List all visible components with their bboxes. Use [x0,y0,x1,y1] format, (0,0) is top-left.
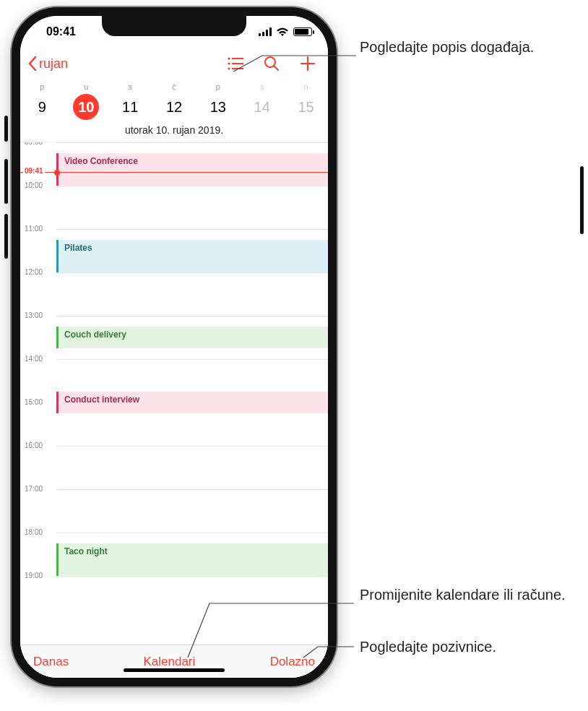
calendar-event[interactable]: Taco night [56,543,328,576]
callout-invites: Pogledajte pozivnice. [360,637,496,656]
day-number[interactable]: 10 [73,94,99,120]
hour-label: 09:00 [23,142,44,146]
day-number[interactable]: 12 [161,94,187,120]
day-column: p9 [20,82,64,120]
hour-row: 17:00 [56,489,328,533]
calendar-event[interactable]: Couch delivery [56,327,328,348]
hour-label: 16:00 [23,441,44,449]
day-number[interactable]: 11 [117,94,143,120]
hour-row: 12:00 [56,272,328,316]
back-label: rujan [39,56,68,72]
hour-label: 10:00 [23,181,44,189]
callout-change: Promijenite kalendare ili račune. [360,585,566,604]
battery-icon [293,27,312,36]
wifi-icon [276,27,289,37]
today-button[interactable]: Danas [33,655,69,669]
day-number[interactable]: 15 [293,94,319,120]
day-timeline[interactable]: 09:0010:0011:0012:0013:0014:0015:0016:00… [20,142,328,645]
svg-line-7 [274,66,279,71]
day-column: s11 [108,82,152,120]
hour-row: 19:00 [56,576,328,619]
weekday-label: s [108,82,152,91]
weekday-label: č [152,82,196,91]
search-button[interactable] [263,55,280,72]
weekday-label: p [20,82,64,91]
callout-list: Pogledajte popis događaja. [360,38,534,56]
calendar-event[interactable]: Conduct interview [56,392,328,413]
add-event-button[interactable] [299,55,316,72]
phone-frame: 09:41 rujan [12,7,337,686]
day-column: s14 [240,82,284,120]
day-column: p13 [196,82,240,120]
callout-leader [303,647,354,654]
day-number[interactable]: 13 [205,94,231,120]
svg-point-4 [228,67,230,69]
weekday-label: u [64,82,108,91]
svg-point-0 [228,57,230,59]
list-view-button[interactable] [227,55,244,72]
calendar-event[interactable]: Pilates [56,240,328,272]
day-number[interactable]: 14 [249,94,275,120]
hour-label: 18:00 [23,528,44,536]
hour-row: 10:00 [56,186,328,229]
day-column: č12 [152,82,196,120]
svg-rect-1 [232,58,243,59]
svg-point-2 [228,62,230,64]
hour-row: 16:00 [56,446,328,489]
current-time-indicator: 09:41 [20,172,328,173]
signal-icon [259,27,272,36]
search-icon [264,56,280,72]
hour-label: 17:00 [23,485,44,493]
calendar-event[interactable]: Video Conference [56,153,328,186]
back-button[interactable]: rujan [27,56,68,72]
list-icon [228,57,243,70]
current-time-label: 09:41 [23,167,45,175]
hour-label: 13:00 [23,311,44,319]
chevron-left-icon [27,56,38,71]
notch [102,16,246,36]
hour-label: 14:00 [23,355,44,363]
hour-label: 19:00 [23,572,44,579]
status-icons [259,27,312,37]
day-number[interactable]: 9 [29,94,55,120]
svg-rect-3 [232,63,243,64]
screen: 09:41 rujan [20,16,328,678]
hour-label: 15:00 [23,398,44,406]
hour-label: 11:00 [23,225,44,233]
selected-date-label: utorak 10. rujan 2019. [20,120,328,142]
status-time: 09:41 [36,25,76,38]
day-column: n15 [284,82,328,120]
plus-icon [300,56,316,72]
callout-leader [233,72,356,86]
hour-label: 12:00 [23,268,44,276]
day-column: u10 [64,82,108,120]
